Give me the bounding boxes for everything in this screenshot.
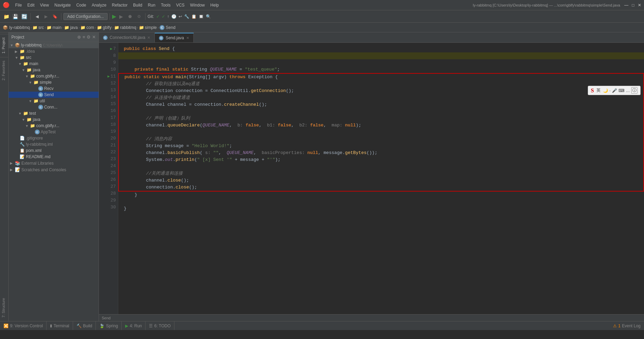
tree-item-gitignore[interactable]: 📄 .gitignore: [9, 135, 99, 141]
run-gutter-7[interactable]: ▶: [110, 45, 113, 52]
tree-item-test[interactable]: ▼ 📁 test: [9, 110, 99, 116]
bc-project[interactable]: ly-rabbitmq: [9, 25, 30, 30]
tree-item-pom[interactable]: 📋 pom.xml: [9, 147, 99, 154]
tree-item-idea[interactable]: ▶ 📁 .idea: [9, 48, 99, 54]
add-configuration-btn[interactable]: Add Configuration...: [63, 13, 108, 20]
tree-item-scratches[interactable]: ▶ 📝 Scratches and Consoles: [9, 166, 99, 173]
menu-navigate[interactable]: Navigate: [52, 2, 73, 8]
git-branch[interactable]: ↑: [167, 14, 169, 19]
run-gutter-11[interactable]: ▶: [108, 73, 110, 80]
ime-moon[interactable]: 🌙: [603, 88, 608, 93]
tree-item-send[interactable]: C Send: [9, 92, 99, 98]
side-tab-project[interactable]: 1: Project: [0, 34, 8, 57]
menu-window[interactable]: Window: [187, 2, 208, 8]
tree-item-com-gblfy-test[interactable]: ▼ 📁 com.gblfy.r...: [9, 123, 99, 129]
git-annotations[interactable]: 📋: [191, 14, 197, 19]
bottom-tab-spring[interactable]: 🍃 Spring: [96, 321, 122, 330]
save-btn[interactable]: 💾: [11, 12, 19, 21]
tree-item-root[interactable]: ▼ 📦 ly-rabbitmq C:\Users\ly\: [9, 42, 99, 48]
menu-code[interactable]: Code: [73, 2, 89, 8]
tab-send[interactable]: C Send.java ✕: [155, 33, 193, 42]
panel-icon-close[interactable]: ✕: [92, 34, 96, 40]
tab-close-send[interactable]: ✕: [186, 36, 189, 40]
bc-com[interactable]: com: [86, 25, 94, 30]
git-search[interactable]: 🔍: [206, 14, 211, 19]
git-settings[interactable]: 🔧: [184, 14, 189, 19]
side-tab-favorites[interactable]: 2: Favorites: [0, 57, 8, 84]
tree-item-src[interactable]: ▼ 📁 src: [9, 54, 99, 61]
bottom-tab-build[interactable]: 🔨 Build: [73, 321, 96, 330]
menu-vcs[interactable]: VCS: [173, 2, 188, 8]
ime-mic[interactable]: 🎤: [612, 88, 617, 93]
tree-item-java-test[interactable]: ▼ 📁 java: [9, 116, 99, 123]
event-log-btn[interactable]: ⚠ 1 Event Log: [610, 321, 644, 330]
git-diff[interactable]: 🔲: [199, 14, 204, 19]
tree-item-readme[interactable]: 📝 README.md: [9, 154, 99, 160]
profile-btn[interactable]: ⚙: [135, 12, 143, 21]
panel-icon-add[interactable]: ⊕: [77, 34, 81, 40]
side-tab-structure[interactable]: 7: Structure: [0, 295, 8, 321]
gitignore-icon: 📄: [20, 136, 25, 141]
bottom-tab-terminal[interactable]: ▮ Terminal: [47, 321, 73, 330]
bookmark-btn[interactable]: 🔖: [51, 12, 59, 21]
bc-java[interactable]: java: [70, 25, 78, 30]
menu-run[interactable]: Run: [145, 2, 158, 8]
bc-main[interactable]: main: [52, 25, 61, 30]
bottom-tab-todo[interactable]: ☰ 6: TODO: [145, 321, 174, 330]
lineno-7: 7: [113, 45, 116, 52]
tree-item-util[interactable]: ▼ 📁 util: [9, 98, 99, 104]
tree-item-recv[interactable]: C Recv: [9, 85, 99, 92]
tree-item-com-gblfy[interactable]: ▼ 📁 com.gblfy.r...: [9, 73, 99, 79]
panel-icon-gear[interactable]: ⚙: [87, 34, 91, 40]
maximize-btn[interactable]: □: [632, 3, 634, 8]
menu-view[interactable]: View: [37, 2, 52, 8]
bc-simple[interactable]: simple: [145, 25, 157, 30]
tab-connectionutil[interactable]: C ConnectionUtil.java ✕: [99, 33, 155, 42]
coverage-btn[interactable]: ⬟: [126, 12, 134, 21]
menu-analyze[interactable]: Analyze: [89, 2, 109, 8]
debug-run-btn[interactable]: ▶: [117, 12, 125, 21]
menu-tools[interactable]: Tools: [158, 2, 173, 8]
tab-close-connectionutil[interactable]: ✕: [147, 35, 150, 40]
panel-icon-layout[interactable]: ≡: [82, 34, 85, 40]
tree-item-main[interactable]: ▼ 📁 main: [9, 61, 99, 67]
editor-area: C ConnectionUtil.java ✕ C Send.java ✕ ▶ …: [99, 32, 644, 321]
bottom-tab-vcs[interactable]: 🔀 9: Version Control: [0, 321, 47, 330]
minimize-btn[interactable]: —: [624, 3, 628, 8]
ime-dot[interactable]: ·: [610, 88, 611, 93]
lineno-10: 10: [110, 66, 116, 73]
code-line-27: connection.close();: [118, 184, 644, 192]
bc-send[interactable]: Send: [166, 25, 175, 30]
ime-info[interactable]: ⓘ: [631, 87, 637, 94]
menu-edit[interactable]: Edit: [24, 2, 37, 8]
tree-item-java[interactable]: ▼ 📁 java: [9, 67, 99, 73]
forward-btn[interactable]: ▶: [42, 12, 50, 21]
tree-item-conn[interactable]: C Conn...: [9, 104, 99, 110]
git-revert[interactable]: ↩: [179, 14, 182, 19]
ime-lang[interactable]: 英: [595, 87, 602, 94]
menu-help[interactable]: Help: [208, 2, 222, 8]
main-layout: 1: Project 2: Favorites 7: Structure Pro…: [0, 32, 644, 321]
sync-btn[interactable]: 🔄: [20, 12, 28, 21]
bc-rabbitmq[interactable]: rabbitmq: [120, 25, 136, 30]
ime-more[interactable]: …: [626, 88, 630, 93]
ime-keyboard[interactable]: ⌨: [618, 88, 624, 93]
git-checkmark2[interactable]: ✓: [162, 14, 165, 19]
open-project-btn[interactable]: 📁: [2, 12, 10, 21]
git-history[interactable]: 🕐: [171, 14, 177, 19]
bc-gblfy[interactable]: gblfy: [103, 25, 111, 30]
close-btn[interactable]: ✕: [638, 3, 641, 8]
bottom-tab-run[interactable]: ▶ 4: Run: [122, 321, 145, 330]
menu-file[interactable]: File: [12, 2, 24, 8]
tree-item-apptest[interactable]: C AppTest: [9, 129, 99, 135]
tree-item-simple[interactable]: ▼ 📁 simple: [9, 79, 99, 85]
menu-refactor[interactable]: Refactor: [109, 2, 130, 8]
tree-item-ext-libs[interactable]: ▶ 📚 External Libraries: [9, 160, 99, 166]
tree-item-iml[interactable]: 🔧 ly-rabbitmq.iml: [9, 141, 99, 147]
run-btn[interactable]: ▶: [112, 13, 116, 20]
back-btn[interactable]: ◀: [33, 12, 41, 21]
bc-src[interactable]: src: [38, 25, 44, 30]
git-checkmark1[interactable]: ✓: [156, 14, 160, 19]
menu-build[interactable]: Build: [130, 2, 145, 8]
code-content[interactable]: public class Send { private final static…: [118, 43, 644, 314]
